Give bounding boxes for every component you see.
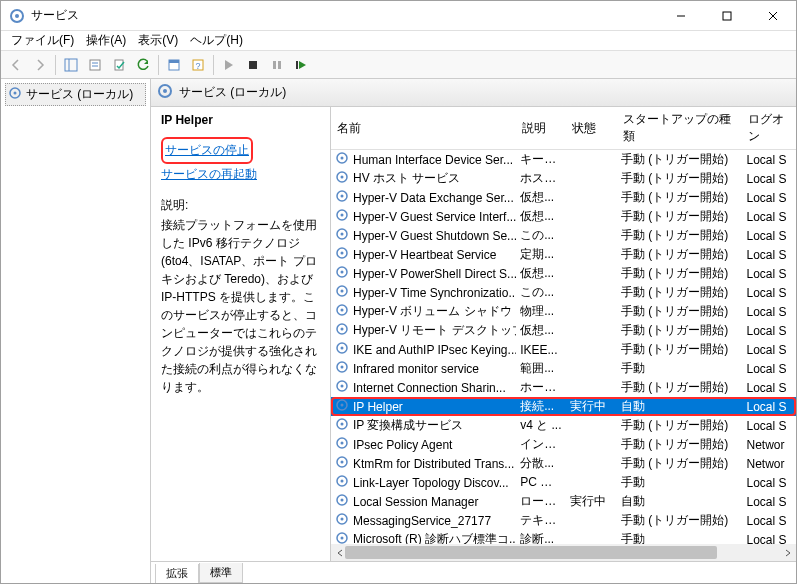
service-logon-cell: Local S [742, 283, 796, 302]
service-startup-cell: 手動 (トリガー開始) [617, 207, 743, 226]
service-logon-cell: Local S [742, 378, 796, 397]
app-icon [9, 8, 25, 24]
table-row[interactable]: Hyper-V Heartbeat Service定期...手動 (トリガー開始… [331, 245, 796, 264]
service-name-cell: Hyper-V Guest Service Interf... [353, 210, 516, 224]
menu-file[interactable]: ファイル(F) [5, 30, 80, 51]
svg-rect-3 [723, 12, 731, 20]
col-header-status[interactable]: 状態 [566, 107, 617, 150]
back-button[interactable] [5, 54, 27, 76]
service-status-cell: 実行中 [566, 397, 617, 416]
stop-service-button[interactable] [242, 54, 264, 76]
service-status-cell [566, 169, 617, 188]
service-logon-cell: Local S [742, 188, 796, 207]
gear-icon [8, 86, 22, 103]
tree-root-services-local[interactable]: サービス (ローカル) [5, 83, 146, 106]
table-row[interactable]: Hyper-V Guest Service Interf...仮想...手動 (… [331, 207, 796, 226]
menu-view[interactable]: 表示(V) [132, 30, 184, 51]
maximize-button[interactable] [704, 1, 750, 31]
export-list-button[interactable] [108, 54, 130, 76]
service-logon-cell: Local S [742, 397, 796, 416]
menu-action[interactable]: 操作(A) [80, 30, 132, 51]
svg-point-37 [341, 271, 344, 274]
svg-point-41 [341, 309, 344, 312]
service-startup-cell: 手動 (トリガー開始) [617, 245, 743, 264]
table-row[interactable]: Local Session Managerローカ...実行中自動Local S [331, 492, 796, 511]
svg-rect-18 [278, 61, 281, 69]
table-row[interactable]: Internet Connection Sharin...ホーム...手動 (ト… [331, 378, 796, 397]
table-row[interactable]: IKE and AuthIP IPsec Keying...IKEE...手動 … [331, 340, 796, 359]
description-text: 接続プラットフォームを使用した IPv6 移行テクノロジ (6to4、ISATA… [161, 216, 320, 396]
properties-toolbar-button[interactable] [84, 54, 106, 76]
service-name-cell: KtmRm for Distributed Trans... [353, 457, 514, 471]
show-hide-pane-button[interactable] [60, 54, 82, 76]
table-row[interactable]: Microsoft (R) 診断ハブ標準コ...診断...手動Local S [331, 530, 796, 544]
service-status-cell [566, 150, 617, 170]
svg-point-43 [341, 328, 344, 331]
restart-service-link[interactable]: サービスの再起動 [161, 166, 320, 183]
svg-rect-16 [249, 61, 257, 69]
detail-header-title: サービス (ローカル) [179, 84, 286, 101]
table-row[interactable]: Hyper-V PowerShell Direct S...仮想...手動 (ト… [331, 264, 796, 283]
gear-icon [335, 398, 349, 415]
table-row[interactable]: Hyper-V ボリューム シャドウ コピ...物理...手動 (トリガー開始)… [331, 302, 796, 321]
table-row[interactable]: Hyper-V Data Exchange Ser...仮想...手動 (トリガ… [331, 188, 796, 207]
pause-service-button[interactable] [266, 54, 288, 76]
help-toolbar-button[interactable]: ? [187, 54, 209, 76]
svg-point-1 [15, 14, 19, 18]
table-row[interactable]: HV ホスト サービスホスト...手動 (トリガー開始)Local S [331, 169, 796, 188]
service-name-cell: Hyper-V Guest Shutdown Se... [353, 229, 516, 243]
service-logon-cell: Local S [742, 169, 796, 188]
table-row[interactable]: Infrared monitor service範囲...手動Local S [331, 359, 796, 378]
table-row[interactable]: IP Helper接続...実行中自動Local S [331, 397, 796, 416]
close-button[interactable] [750, 1, 796, 31]
service-status-cell [566, 245, 617, 264]
table-header-row: 名前 説明 状態 スタートアップの種類 ログオン [331, 107, 796, 150]
service-logon-cell: Local S [742, 226, 796, 245]
table-row[interactable]: Hyper-V Guest Shutdown Se...この...手動 (トリガ… [331, 226, 796, 245]
service-name-cell: IPsec Policy Agent [353, 438, 452, 452]
svg-point-21 [14, 92, 17, 95]
table-row[interactable]: Hyper-V リモート デスクトップ仮...仮想...手動 (トリガー開始)L… [331, 321, 796, 340]
svg-rect-13 [169, 60, 179, 63]
menu-help[interactable]: ヘルプ(H) [184, 30, 249, 51]
restart-service-button[interactable] [290, 54, 312, 76]
service-startup-cell: 手動 (トリガー開始) [617, 435, 743, 454]
menubar: ファイル(F) 操作(A) 表示(V) ヘルプ(H) [1, 31, 796, 51]
col-header-name[interactable]: 名前 [331, 107, 516, 150]
scroll-right-button[interactable] [779, 544, 796, 561]
forward-button[interactable] [29, 54, 51, 76]
service-name-cell: Hyper-V Data Exchange Ser... [353, 191, 514, 205]
stop-service-link[interactable]: サービスの停止 [165, 142, 249, 159]
properties-button[interactable] [163, 54, 185, 76]
tab-standard[interactable]: 標準 [199, 563, 243, 583]
service-logon-cell: Local S [742, 302, 796, 321]
col-header-startup[interactable]: スタートアップの種類 [617, 107, 743, 150]
action-pane: IP Helper サービスの停止 サービスの再起動 説明: 接続プラットフォー… [151, 107, 331, 561]
svg-rect-19 [296, 61, 298, 69]
table-row[interactable]: IPsec Policy Agentインタ...手動 (トリガー開始)Netwo… [331, 435, 796, 454]
table-row[interactable]: MessagingService_27177テキス...手動 (トリガー開始)L… [331, 511, 796, 530]
table-row[interactable]: Hyper-V Time Synchronizatio...この...手動 (ト… [331, 283, 796, 302]
start-service-button[interactable] [218, 54, 240, 76]
service-desc-cell: 仮想... [516, 188, 565, 207]
tab-extended[interactable]: 拡張 [155, 564, 199, 583]
table-row[interactable]: Human Interface Device Ser...キーボ...手動 (ト… [331, 150, 796, 170]
detail-pane: サービス (ローカル) IP Helper サービスの停止 サービスの再起動 説… [151, 79, 796, 583]
table-row[interactable]: KtmRm for Distributed Trans...分散...手動 (ト… [331, 454, 796, 473]
horizontal-scrollbar[interactable] [331, 544, 796, 561]
minimize-button[interactable] [658, 1, 704, 31]
service-startup-cell: 自動 [617, 492, 743, 511]
table-row[interactable]: IP 変換構成サービスv4 と ...手動 (トリガー開始)Local S [331, 416, 796, 435]
svg-text:?: ? [195, 61, 200, 71]
refresh-button[interactable] [132, 54, 154, 76]
service-list-scroll[interactable]: 名前 説明 状態 スタートアップの種類 ログオン Human Interface… [331, 107, 796, 544]
table-row[interactable]: Link-Layer Topology Discov...PC と ...手動L… [331, 473, 796, 492]
scroll-thumb[interactable] [345, 546, 717, 559]
service-status-cell [566, 473, 617, 492]
col-header-description[interactable]: 説明 [516, 107, 565, 150]
svg-point-47 [341, 366, 344, 369]
service-startup-cell: 手動 (トリガー開始) [617, 264, 743, 283]
gear-icon [335, 360, 349, 377]
col-header-logon[interactable]: ログオン [742, 107, 796, 150]
service-logon-cell: Local S [742, 264, 796, 283]
